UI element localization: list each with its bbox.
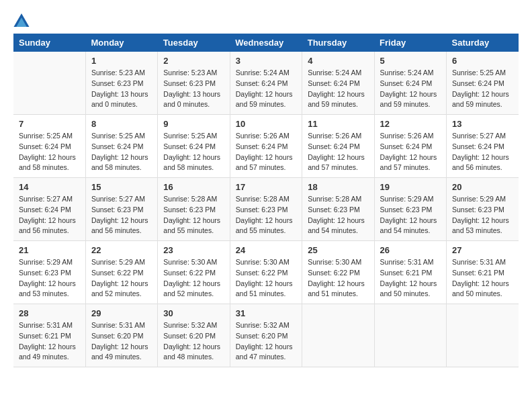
calendar-cell: 20Sunrise: 5:29 AMSunset: 6:23 PMDayligh… <box>447 178 519 241</box>
calendar-cell: 4Sunrise: 5:24 AMSunset: 6:24 PMDaylight… <box>302 52 374 115</box>
calendar-cell: 12Sunrise: 5:26 AMSunset: 6:24 PMDayligh… <box>374 115 446 178</box>
calendar-cell: 8Sunrise: 5:25 AMSunset: 6:24 PMDaylight… <box>85 115 157 178</box>
day-info: Sunrise: 5:28 AMSunset: 6:23 PMDaylight:… <box>308 194 368 236</box>
day-info: Sunrise: 5:29 AMSunset: 6:23 PMDaylight:… <box>452 194 513 236</box>
day-number: 7 <box>19 119 80 129</box>
calendar-cell <box>302 304 374 367</box>
day-info: Sunrise: 5:24 AMSunset: 6:24 PMDaylight:… <box>380 68 441 110</box>
day-info: Sunrise: 5:24 AMSunset: 6:24 PMDaylight:… <box>236 68 296 110</box>
day-number: 14 <box>19 182 80 192</box>
day-info: Sunrise: 5:27 AMSunset: 6:24 PMDaylight:… <box>452 131 513 173</box>
day-number: 11 <box>308 119 368 129</box>
day-number: 2 <box>163 56 224 66</box>
day-info: Sunrise: 5:25 AMSunset: 6:24 PMDaylight:… <box>91 131 152 173</box>
calendar-cell: 10Sunrise: 5:26 AMSunset: 6:24 PMDayligh… <box>230 115 302 178</box>
day-number: 13 <box>452 119 513 129</box>
day-info: Sunrise: 5:23 AMSunset: 6:23 PMDaylight:… <box>91 68 152 110</box>
day-info: Sunrise: 5:27 AMSunset: 6:23 PMDaylight:… <box>91 194 152 236</box>
day-info: Sunrise: 5:23 AMSunset: 6:23 PMDaylight:… <box>163 68 224 110</box>
calendar-cell: 16Sunrise: 5:28 AMSunset: 6:23 PMDayligh… <box>158 178 230 241</box>
calendar-cell: 28Sunrise: 5:31 AMSunset: 6:21 PMDayligh… <box>13 304 85 367</box>
day-info: Sunrise: 5:29 AMSunset: 6:23 PMDaylight:… <box>19 257 80 300</box>
day-info: Sunrise: 5:31 AMSunset: 6:21 PMDaylight:… <box>380 257 441 300</box>
column-header-saturday: Saturday <box>447 34 519 52</box>
day-info: Sunrise: 5:30 AMSunset: 6:22 PMDaylight:… <box>163 257 224 300</box>
calendar-cell: 29Sunrise: 5:31 AMSunset: 6:20 PMDayligh… <box>85 304 157 367</box>
day-number: 12 <box>380 119 441 129</box>
calendar-cell <box>374 304 446 367</box>
day-info: Sunrise: 5:30 AMSunset: 6:22 PMDaylight:… <box>236 257 296 300</box>
day-number: 22 <box>91 245 152 255</box>
day-info: Sunrise: 5:25 AMSunset: 6:24 PMDaylight:… <box>163 131 224 173</box>
day-info: Sunrise: 5:26 AMSunset: 6:24 PMDaylight:… <box>308 131 368 173</box>
day-info: Sunrise: 5:28 AMSunset: 6:23 PMDaylight:… <box>163 194 224 236</box>
calendar-week-row: 21Sunrise: 5:29 AMSunset: 6:23 PMDayligh… <box>13 241 519 304</box>
calendar-cell: 19Sunrise: 5:29 AMSunset: 6:23 PMDayligh… <box>374 178 446 241</box>
day-info: Sunrise: 5:26 AMSunset: 6:24 PMDaylight:… <box>236 131 296 173</box>
day-number: 23 <box>163 245 224 255</box>
day-info: Sunrise: 5:32 AMSunset: 6:20 PMDaylight:… <box>236 320 296 363</box>
day-info: Sunrise: 5:30 AMSunset: 6:22 PMDaylight:… <box>308 257 368 300</box>
column-header-sunday: Sunday <box>13 34 85 52</box>
day-number: 20 <box>452 182 513 192</box>
calendar-cell: 2Sunrise: 5:23 AMSunset: 6:23 PMDaylight… <box>158 52 230 115</box>
day-info: Sunrise: 5:25 AMSunset: 6:24 PMDaylight:… <box>19 131 80 173</box>
day-info: Sunrise: 5:28 AMSunset: 6:23 PMDaylight:… <box>236 194 296 236</box>
day-number: 10 <box>236 119 296 129</box>
calendar-week-row: 28Sunrise: 5:31 AMSunset: 6:21 PMDayligh… <box>13 304 519 367</box>
calendar-cell: 13Sunrise: 5:27 AMSunset: 6:24 PMDayligh… <box>447 115 519 178</box>
day-number: 4 <box>308 56 368 66</box>
day-number: 25 <box>308 245 368 255</box>
calendar-cell: 1Sunrise: 5:23 AMSunset: 6:23 PMDaylight… <box>85 52 157 115</box>
calendar-cell: 30Sunrise: 5:32 AMSunset: 6:20 PMDayligh… <box>158 304 230 367</box>
calendar-cell: 26Sunrise: 5:31 AMSunset: 6:21 PMDayligh… <box>374 241 446 304</box>
calendar-header-row: SundayMondayTuesdayWednesdayThursdayFrid… <box>13 34 519 52</box>
calendar-cell: 27Sunrise: 5:31 AMSunset: 6:21 PMDayligh… <box>447 241 519 304</box>
day-number: 19 <box>380 182 441 192</box>
day-info: Sunrise: 5:32 AMSunset: 6:20 PMDaylight:… <box>163 320 224 363</box>
calendar-cell: 15Sunrise: 5:27 AMSunset: 6:23 PMDayligh… <box>85 178 157 241</box>
calendar-cell: 21Sunrise: 5:29 AMSunset: 6:23 PMDayligh… <box>13 241 85 304</box>
calendar-cell: 3Sunrise: 5:24 AMSunset: 6:24 PMDaylight… <box>230 52 302 115</box>
column-header-friday: Friday <box>374 34 446 52</box>
day-number: 21 <box>19 245 80 255</box>
logo <box>13 13 32 27</box>
calendar-cell: 24Sunrise: 5:30 AMSunset: 6:22 PMDayligh… <box>230 241 302 304</box>
calendar-cell <box>13 52 85 115</box>
calendar-cell: 9Sunrise: 5:25 AMSunset: 6:24 PMDaylight… <box>158 115 230 178</box>
calendar-cell: 6Sunrise: 5:25 AMSunset: 6:24 PMDaylight… <box>447 52 519 115</box>
day-number: 31 <box>236 308 296 318</box>
logo-icon <box>13 13 30 27</box>
day-info: Sunrise: 5:29 AMSunset: 6:23 PMDaylight:… <box>380 194 441 236</box>
day-info: Sunrise: 5:26 AMSunset: 6:24 PMDaylight:… <box>380 131 441 173</box>
calendar-cell: 18Sunrise: 5:28 AMSunset: 6:23 PMDayligh… <box>302 178 374 241</box>
calendar-cell: 5Sunrise: 5:24 AMSunset: 6:24 PMDaylight… <box>374 52 446 115</box>
calendar-cell: 7Sunrise: 5:25 AMSunset: 6:24 PMDaylight… <box>13 115 85 178</box>
day-number: 16 <box>163 182 224 192</box>
day-number: 26 <box>380 245 441 255</box>
calendar-table: SundayMondayTuesdayWednesdayThursdayFrid… <box>13 34 519 367</box>
column-header-wednesday: Wednesday <box>230 34 302 52</box>
day-number: 29 <box>91 308 152 318</box>
calendar-week-row: 1Sunrise: 5:23 AMSunset: 6:23 PMDaylight… <box>13 52 519 115</box>
day-info: Sunrise: 5:24 AMSunset: 6:24 PMDaylight:… <box>308 68 368 110</box>
day-number: 17 <box>236 182 296 192</box>
column-header-tuesday: Tuesday <box>158 34 230 52</box>
calendar-cell: 25Sunrise: 5:30 AMSunset: 6:22 PMDayligh… <box>302 241 374 304</box>
day-number: 6 <box>452 56 513 66</box>
day-number: 1 <box>91 56 152 66</box>
day-info: Sunrise: 5:31 AMSunset: 6:20 PMDaylight:… <box>91 320 152 363</box>
page-header <box>13 13 519 27</box>
calendar-cell: 11Sunrise: 5:26 AMSunset: 6:24 PMDayligh… <box>302 115 374 178</box>
calendar-cell: 22Sunrise: 5:29 AMSunset: 6:22 PMDayligh… <box>85 241 157 304</box>
day-info: Sunrise: 5:27 AMSunset: 6:24 PMDaylight:… <box>19 194 80 236</box>
day-number: 27 <box>452 245 513 255</box>
calendar-week-row: 14Sunrise: 5:27 AMSunset: 6:24 PMDayligh… <box>13 178 519 241</box>
day-number: 24 <box>236 245 296 255</box>
calendar-cell: 31Sunrise: 5:32 AMSunset: 6:20 PMDayligh… <box>230 304 302 367</box>
day-number: 15 <box>91 182 152 192</box>
day-number: 3 <box>236 56 296 66</box>
day-info: Sunrise: 5:29 AMSunset: 6:22 PMDaylight:… <box>91 257 152 300</box>
day-info: Sunrise: 5:31 AMSunset: 6:21 PMDaylight:… <box>19 320 80 363</box>
calendar-cell: 14Sunrise: 5:27 AMSunset: 6:24 PMDayligh… <box>13 178 85 241</box>
